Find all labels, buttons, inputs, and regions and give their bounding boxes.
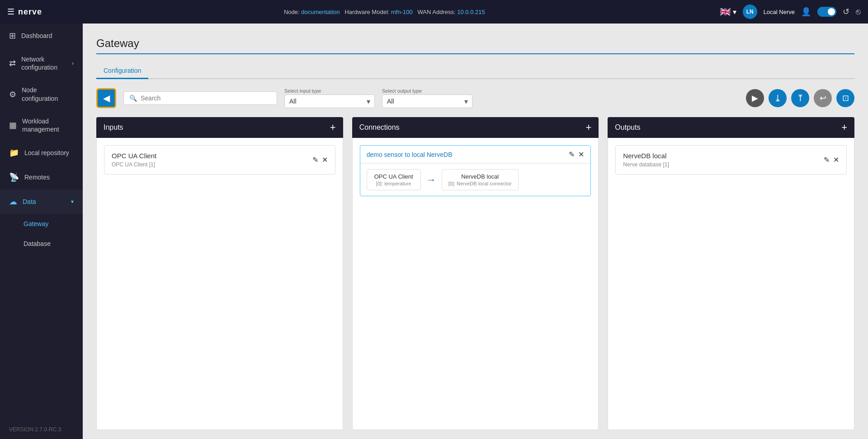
nervedb-local-delete-button[interactable]: ✕ [833,156,839,164]
dashboard-icon: ⊞ [9,31,16,41]
opc-ua-client-card: OPC UA Client OPC UA Client [1] ✎ ✕ [104,145,335,175]
export-button[interactable]: ⤒ [791,89,809,107]
logout-icon[interactable]: ⎋ [856,7,861,17]
connections-add-button[interactable]: + [585,123,591,132]
flag-icon: 🇬🇧 [720,6,731,17]
sidebar-label-local-repo: Local repository [24,149,69,157]
connections-title: Connections [359,123,400,132]
toggle-switch[interactable] [817,7,836,17]
version-label: VERSION 2.7.0-RC.3 [0,420,83,439]
back-icon: ◀ [103,93,110,104]
back-button[interactable]: ◀ [96,88,116,108]
source-node-name: OPC UA Client [374,173,413,180]
sidebar-label-data: Data [23,198,36,206]
source-node-sub: [0]: temperature [376,181,411,186]
connections-column: Connections + demo sensor to local Nerve… [352,117,599,430]
refresh-icon[interactable]: ↺ [843,7,849,17]
database-sub-label: Database [24,240,51,247]
gateway-sub-label: Gateway [24,220,48,227]
sidebar: ⊞ Dashboard ⇄ Network configuration › ⚙ … [0,24,83,439]
nervedb-local-name: NerveDB local [623,152,669,160]
input-type-select[interactable]: AllOPC UAMQTTREST [284,94,375,108]
network-icon: ⇄ [9,58,16,68]
top-navigation: ☰ nerve Node: documentation Hardware Mod… [0,0,868,24]
connections-column-header: Connections + [352,117,599,138]
nervedb-local-edit-button[interactable]: ✎ [824,156,830,164]
connection-arrow-icon: → [426,174,436,186]
output-type-select[interactable]: AllOPC UAMQTTREST [382,94,472,108]
hardware-value[interactable]: mfn-100 [391,9,413,15]
opc-ua-client-info: OPC UA Client OPC UA Client [1] [112,152,156,168]
target-node-sub: [0]: NerveDB local connector [448,181,512,186]
connection-source-node: OPC UA Client [0]: temperature [367,169,421,190]
sidebar-sub-item-database[interactable]: Database [0,234,83,254]
hardware-label: Hardware Model: [344,9,389,15]
opc-ua-client-sub: OPC UA Client [1] [112,161,156,168]
sidebar-label-workload: Workload management [22,117,59,133]
demo-sensor-delete-button[interactable]: ✕ [578,150,584,159]
target-node-name: NerveDB local [461,173,499,180]
connection-target-node: NerveDB local [0]: NerveDB local connect… [442,169,519,190]
connections-column-body: demo sensor to local NerveDB ✎ ✕ OPC UA … [352,138,599,430]
opc-ua-client-delete-button[interactable]: ✕ [322,156,328,164]
columns-row: Inputs + OPC UA Client OPC UA Client [1]… [96,117,854,430]
page-title: Gateway [96,37,854,54]
demo-sensor-card-header: demo sensor to local NerveDB ✎ ✕ [360,146,591,163]
sidebar-item-node-config[interactable]: ⚙ Node configuration [0,79,83,109]
nervedb-local-actions: ✎ ✕ [824,156,839,164]
node-value[interactable]: documentation [301,9,340,15]
monitor-button[interactable]: ⊡ [836,89,854,107]
inputs-column: Inputs + OPC UA Client OPC UA Client [1]… [96,117,343,430]
user-icon[interactable]: 👤 [801,7,811,17]
wan-label: WAN Address: [418,9,456,15]
local-repo-icon: 📁 [9,148,19,158]
outputs-column-body: NerveDB local Nerve database [1] ✎ ✕ [608,138,854,430]
input-type-wrapper: AllOPC UAMQTTREST [284,94,375,108]
nervedb-local-sub: Nerve database [1] [623,161,669,168]
topnav-right: 🇬🇧 ▾ LN Local Nerve 👤 ↺ ⎋ [720,5,861,19]
demo-sensor-actions: ✎ ✕ [569,150,584,159]
demo-sensor-connection-card: demo sensor to local NerveDB ✎ ✕ OPC UA … [360,145,591,196]
language-selector[interactable]: 🇬🇧 ▾ [720,6,736,17]
opc-ua-client-edit-button[interactable]: ✎ [312,156,318,164]
app-logo[interactable]: ☰ nerve [7,7,42,17]
outputs-add-button[interactable]: + [841,123,847,132]
undo-button[interactable]: ↩ [814,89,832,107]
outputs-column: Outputs + NerveDB local Nerve database [… [608,117,854,430]
nervedb-local-info: NerveDB local Nerve database [1] [623,152,669,168]
inputs-column-body: OPC UA Client OPC UA Client [1] ✎ ✕ [96,138,343,430]
main-content: Gateway Configuration ◀ 🔍 Select input t… [83,24,868,439]
inputs-add-button[interactable]: + [330,123,336,132]
sidebar-item-workload[interactable]: ▦ Workload management [0,110,83,141]
action-buttons: ▶ ⤓ ⤒ ↩ ⊡ [746,89,854,107]
tab-configuration[interactable]: Configuration [96,63,148,79]
sidebar-item-data[interactable]: ☁ Data ▾ [0,189,83,214]
sidebar-item-dashboard[interactable]: ⊞ Dashboard [0,24,83,48]
opc-ua-client-name: OPC UA Client [112,152,156,160]
sidebar-item-network-config[interactable]: ⇄ Network configuration › [0,48,83,79]
sidebar-item-local-repo[interactable]: 📁 Local repository [0,141,83,165]
sidebar-sub-item-gateway[interactable]: Gateway [0,214,83,234]
input-type-group: Select input type AllOPC UAMQTTREST [284,88,375,108]
tabs: Configuration [96,63,854,79]
import-button[interactable]: ⤓ [769,89,787,107]
demo-sensor-edit-button[interactable]: ✎ [569,150,575,159]
output-type-label: Select output type [382,88,472,94]
outputs-title: Outputs [615,123,640,132]
flag-dropdown-arrow: ▾ [733,8,736,16]
search-input[interactable] [141,94,271,102]
ln-badge[interactable]: LN [743,5,757,19]
sidebar-label-node: Node configuration [22,86,58,102]
node-info: Node: documentation Hardware Model: mfn-… [55,9,714,15]
data-arrow-icon: ▾ [71,198,74,205]
sidebar-label-network: Network configuration [21,55,57,71]
search-icon: 🔍 [129,94,137,102]
menu-icon[interactable]: ☰ [7,7,14,17]
node-label: Node: [284,9,300,15]
wan-value[interactable]: 10.0.0.215 [457,9,485,15]
opc-ua-client-actions: ✎ ✕ [312,156,328,164]
output-type-group: Select output type AllOPC UAMQTTREST [382,88,472,108]
sidebar-item-remotes[interactable]: 📡 Remotes [0,165,83,189]
input-type-label: Select input type [284,88,375,94]
play-button[interactable]: ▶ [746,89,764,107]
